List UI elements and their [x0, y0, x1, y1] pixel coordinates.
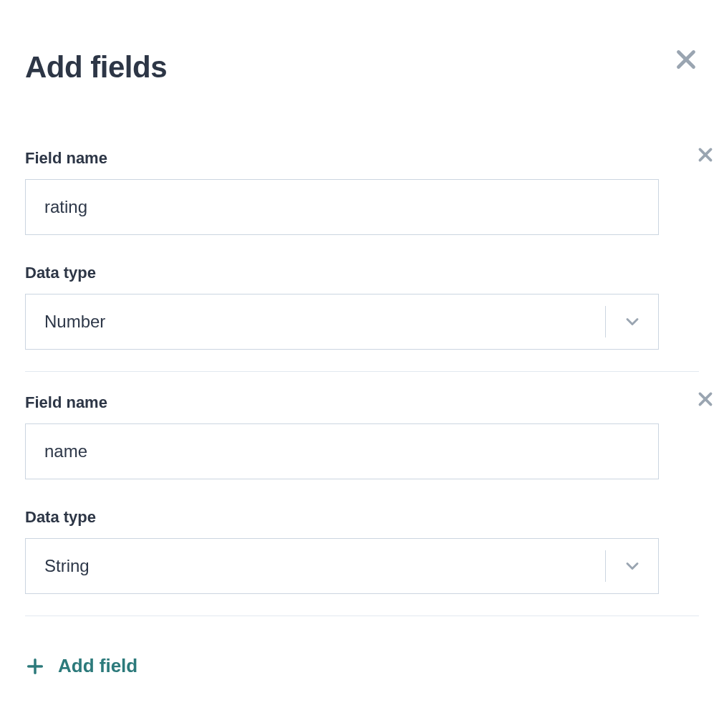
data-type-label: Data type [25, 264, 699, 282]
close-icon [673, 47, 699, 72]
remove-field-button[interactable] [696, 145, 715, 164]
remove-field-button[interactable] [696, 390, 715, 408]
field-name-label: Field name [25, 149, 699, 168]
close-modal-button[interactable] [673, 47, 699, 72]
data-type-value: String [26, 556, 605, 576]
plus-icon [25, 656, 45, 676]
close-icon [696, 390, 715, 408]
field-name-input[interactable] [25, 179, 659, 235]
data-type-label: Data type [25, 508, 699, 527]
field-block: Field name Data type Number [25, 149, 699, 372]
chevron-down-icon [605, 306, 658, 337]
field-name-label: Field name [25, 393, 699, 412]
data-type-select[interactable]: Number [25, 294, 659, 350]
add-field-button[interactable]: Add field [25, 652, 699, 680]
field-block: Field name Data type String [25, 393, 699, 616]
page-title: Add fields [25, 50, 699, 85]
data-type-select[interactable]: String [25, 538, 659, 594]
data-type-value: Number [26, 312, 605, 332]
close-icon [696, 145, 715, 164]
chevron-down-icon [605, 550, 658, 582]
field-name-input[interactable] [25, 423, 659, 479]
add-field-label: Add field [58, 655, 137, 677]
